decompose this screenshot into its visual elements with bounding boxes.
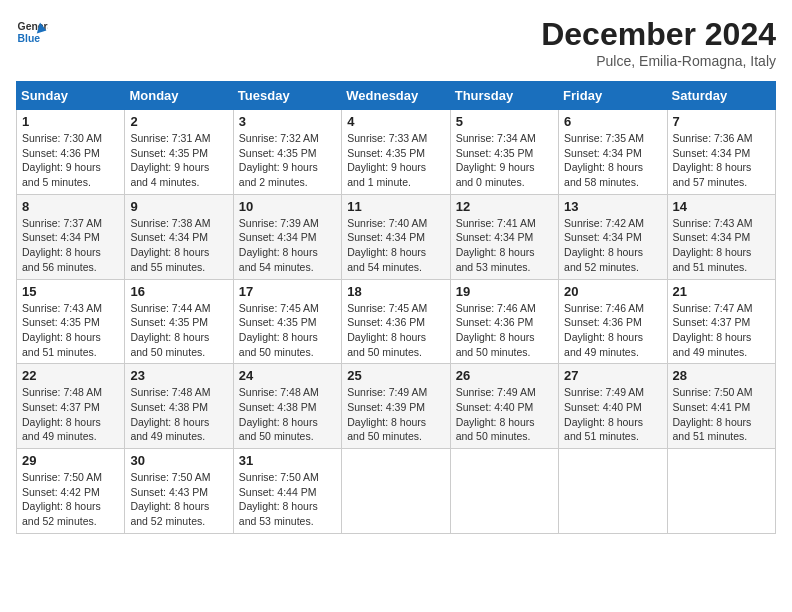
day-detail: Sunrise: 7:45 AM Sunset: 4:35 PM Dayligh…: [239, 301, 336, 360]
calendar-cell: 2Sunrise: 7:31 AM Sunset: 4:35 PM Daylig…: [125, 110, 233, 195]
calendar-cell: 24Sunrise: 7:48 AM Sunset: 4:38 PM Dayli…: [233, 364, 341, 449]
day-number: 19: [456, 284, 553, 299]
calendar-cell: 20Sunrise: 7:46 AM Sunset: 4:36 PM Dayli…: [559, 279, 667, 364]
calendar-cell: 26Sunrise: 7:49 AM Sunset: 4:40 PM Dayli…: [450, 364, 558, 449]
calendar-cell: 27Sunrise: 7:49 AM Sunset: 4:40 PM Dayli…: [559, 364, 667, 449]
calendar-week-2: 8Sunrise: 7:37 AM Sunset: 4:34 PM Daylig…: [17, 194, 776, 279]
day-detail: Sunrise: 7:36 AM Sunset: 4:34 PM Dayligh…: [673, 131, 770, 190]
day-number: 22: [22, 368, 119, 383]
calendar-cell: 22Sunrise: 7:48 AM Sunset: 4:37 PM Dayli…: [17, 364, 125, 449]
calendar-cell: 14Sunrise: 7:43 AM Sunset: 4:34 PM Dayli…: [667, 194, 775, 279]
calendar-cell: 31Sunrise: 7:50 AM Sunset: 4:44 PM Dayli…: [233, 449, 341, 534]
day-number: 10: [239, 199, 336, 214]
weekday-header-tuesday: Tuesday: [233, 82, 341, 110]
day-detail: Sunrise: 7:42 AM Sunset: 4:34 PM Dayligh…: [564, 216, 661, 275]
day-number: 26: [456, 368, 553, 383]
day-number: 18: [347, 284, 444, 299]
day-detail: Sunrise: 7:32 AM Sunset: 4:35 PM Dayligh…: [239, 131, 336, 190]
day-detail: Sunrise: 7:48 AM Sunset: 4:38 PM Dayligh…: [130, 385, 227, 444]
day-detail: Sunrise: 7:43 AM Sunset: 4:35 PM Dayligh…: [22, 301, 119, 360]
weekday-header-row: SundayMondayTuesdayWednesdayThursdayFrid…: [17, 82, 776, 110]
day-detail: Sunrise: 7:49 AM Sunset: 4:39 PM Dayligh…: [347, 385, 444, 444]
day-detail: Sunrise: 7:49 AM Sunset: 4:40 PM Dayligh…: [456, 385, 553, 444]
calendar-cell: 6Sunrise: 7:35 AM Sunset: 4:34 PM Daylig…: [559, 110, 667, 195]
title-area: December 2024 Pulce, Emilia-Romagna, Ita…: [541, 16, 776, 69]
day-detail: Sunrise: 7:45 AM Sunset: 4:36 PM Dayligh…: [347, 301, 444, 360]
calendar-cell: 15Sunrise: 7:43 AM Sunset: 4:35 PM Dayli…: [17, 279, 125, 364]
calendar-cell: [559, 449, 667, 534]
weekday-header-saturday: Saturday: [667, 82, 775, 110]
calendar-cell: 3Sunrise: 7:32 AM Sunset: 4:35 PM Daylig…: [233, 110, 341, 195]
calendar-cell: 13Sunrise: 7:42 AM Sunset: 4:34 PM Dayli…: [559, 194, 667, 279]
calendar-cell: 25Sunrise: 7:49 AM Sunset: 4:39 PM Dayli…: [342, 364, 450, 449]
day-number: 3: [239, 114, 336, 129]
day-detail: Sunrise: 7:30 AM Sunset: 4:36 PM Dayligh…: [22, 131, 119, 190]
logo: General Blue: [16, 16, 48, 48]
svg-text:Blue: Blue: [18, 33, 41, 44]
day-detail: Sunrise: 7:34 AM Sunset: 4:35 PM Dayligh…: [456, 131, 553, 190]
calendar-cell: 30Sunrise: 7:50 AM Sunset: 4:43 PM Dayli…: [125, 449, 233, 534]
day-detail: Sunrise: 7:50 AM Sunset: 4:42 PM Dayligh…: [22, 470, 119, 529]
calendar-cell: 4Sunrise: 7:33 AM Sunset: 4:35 PM Daylig…: [342, 110, 450, 195]
calendar-cell: 17Sunrise: 7:45 AM Sunset: 4:35 PM Dayli…: [233, 279, 341, 364]
day-number: 14: [673, 199, 770, 214]
day-number: 31: [239, 453, 336, 468]
day-detail: Sunrise: 7:31 AM Sunset: 4:35 PM Dayligh…: [130, 131, 227, 190]
calendar-cell: 18Sunrise: 7:45 AM Sunset: 4:36 PM Dayli…: [342, 279, 450, 364]
day-number: 21: [673, 284, 770, 299]
day-number: 25: [347, 368, 444, 383]
calendar-cell: 23Sunrise: 7:48 AM Sunset: 4:38 PM Dayli…: [125, 364, 233, 449]
day-number: 7: [673, 114, 770, 129]
weekday-header-wednesday: Wednesday: [342, 82, 450, 110]
calendar-cell: 29Sunrise: 7:50 AM Sunset: 4:42 PM Dayli…: [17, 449, 125, 534]
calendar-week-1: 1Sunrise: 7:30 AM Sunset: 4:36 PM Daylig…: [17, 110, 776, 195]
weekday-header-thursday: Thursday: [450, 82, 558, 110]
day-detail: Sunrise: 7:44 AM Sunset: 4:35 PM Dayligh…: [130, 301, 227, 360]
day-detail: Sunrise: 7:35 AM Sunset: 4:34 PM Dayligh…: [564, 131, 661, 190]
calendar-cell: [450, 449, 558, 534]
day-number: 9: [130, 199, 227, 214]
day-detail: Sunrise: 7:48 AM Sunset: 4:38 PM Dayligh…: [239, 385, 336, 444]
day-detail: Sunrise: 7:50 AM Sunset: 4:43 PM Dayligh…: [130, 470, 227, 529]
day-number: 28: [673, 368, 770, 383]
day-number: 13: [564, 199, 661, 214]
calendar-week-5: 29Sunrise: 7:50 AM Sunset: 4:42 PM Dayli…: [17, 449, 776, 534]
day-number: 23: [130, 368, 227, 383]
day-number: 17: [239, 284, 336, 299]
day-detail: Sunrise: 7:47 AM Sunset: 4:37 PM Dayligh…: [673, 301, 770, 360]
calendar-cell: 8Sunrise: 7:37 AM Sunset: 4:34 PM Daylig…: [17, 194, 125, 279]
calendar-cell: 16Sunrise: 7:44 AM Sunset: 4:35 PM Dayli…: [125, 279, 233, 364]
day-detail: Sunrise: 7:33 AM Sunset: 4:35 PM Dayligh…: [347, 131, 444, 190]
calendar-week-3: 15Sunrise: 7:43 AM Sunset: 4:35 PM Dayli…: [17, 279, 776, 364]
day-number: 6: [564, 114, 661, 129]
day-number: 20: [564, 284, 661, 299]
day-detail: Sunrise: 7:46 AM Sunset: 4:36 PM Dayligh…: [456, 301, 553, 360]
weekday-header-sunday: Sunday: [17, 82, 125, 110]
calendar: SundayMondayTuesdayWednesdayThursdayFrid…: [16, 81, 776, 534]
day-number: 8: [22, 199, 119, 214]
calendar-cell: 7Sunrise: 7:36 AM Sunset: 4:34 PM Daylig…: [667, 110, 775, 195]
day-detail: Sunrise: 7:39 AM Sunset: 4:34 PM Dayligh…: [239, 216, 336, 275]
day-number: 15: [22, 284, 119, 299]
day-detail: Sunrise: 7:38 AM Sunset: 4:34 PM Dayligh…: [130, 216, 227, 275]
day-detail: Sunrise: 7:49 AM Sunset: 4:40 PM Dayligh…: [564, 385, 661, 444]
calendar-week-4: 22Sunrise: 7:48 AM Sunset: 4:37 PM Dayli…: [17, 364, 776, 449]
calendar-cell: 10Sunrise: 7:39 AM Sunset: 4:34 PM Dayli…: [233, 194, 341, 279]
day-number: 27: [564, 368, 661, 383]
month-title: December 2024: [541, 16, 776, 53]
day-number: 4: [347, 114, 444, 129]
calendar-cell: [667, 449, 775, 534]
day-number: 1: [22, 114, 119, 129]
calendar-cell: 19Sunrise: 7:46 AM Sunset: 4:36 PM Dayli…: [450, 279, 558, 364]
day-number: 30: [130, 453, 227, 468]
logo-icon: General Blue: [16, 16, 48, 48]
day-number: 11: [347, 199, 444, 214]
day-detail: Sunrise: 7:46 AM Sunset: 4:36 PM Dayligh…: [564, 301, 661, 360]
calendar-cell: 1Sunrise: 7:30 AM Sunset: 4:36 PM Daylig…: [17, 110, 125, 195]
calendar-cell: 12Sunrise: 7:41 AM Sunset: 4:34 PM Dayli…: [450, 194, 558, 279]
day-detail: Sunrise: 7:50 AM Sunset: 4:44 PM Dayligh…: [239, 470, 336, 529]
day-detail: Sunrise: 7:48 AM Sunset: 4:37 PM Dayligh…: [22, 385, 119, 444]
day-detail: Sunrise: 7:37 AM Sunset: 4:34 PM Dayligh…: [22, 216, 119, 275]
calendar-cell: 28Sunrise: 7:50 AM Sunset: 4:41 PM Dayli…: [667, 364, 775, 449]
day-number: 12: [456, 199, 553, 214]
